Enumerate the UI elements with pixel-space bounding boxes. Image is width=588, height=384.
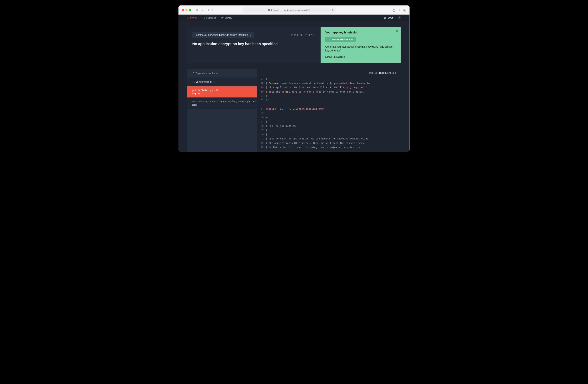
solution-description: Generate your application encryption key… [325, 45, 396, 53]
close-window-button[interactable] [182, 9, 184, 11]
svg-rect-8 [187, 17, 189, 17]
solution-docs-link[interactable]: Laravel installation [325, 56, 345, 58]
stack-frame[interactable]: ~/.composer/vendor/laravel/valet/server.… [187, 98, 257, 109]
env-meta: PHP 8.1.0 8.79.0 [291, 34, 315, 36]
expand-vendor-label: Expand vendor frames [196, 72, 219, 75]
code-file-path: public/index.php:52 [257, 69, 401, 77]
stack-frame[interactable]: public/index.php:52require [187, 86, 257, 98]
exception-class-text: Illuminate\Encryption\MissingAppKeyExcep… [195, 33, 248, 36]
expand-vendor-frames-button[interactable]: Expand vendor frames [187, 69, 257, 78]
svg-rect-5 [405, 9, 406, 10]
maximize-window-button[interactable] [189, 9, 191, 11]
refresh-icon[interactable]: ↻ [332, 9, 334, 11]
nav-context[interactable]: CONTEXT [203, 17, 216, 19]
exception-card: Illuminate\Encryption\MissingAppKeyExcep… [187, 27, 401, 63]
top-nav: STACK CONTEXT SHARE DOCS [178, 15, 410, 21]
new-tab-icon[interactable]: + [398, 8, 400, 12]
sidebar-toggle-icon[interactable] [196, 9, 199, 11]
svg-rect-0 [196, 9, 199, 11]
wrench-icon: 🔧 [328, 38, 331, 40]
chevron-down-icon: ⌄ [214, 81, 216, 83]
code-lines: || Composer provides a convenient, autom… [266, 77, 401, 149]
laravel-icon [305, 34, 307, 36]
traffic-lights [182, 9, 191, 11]
vendor-frames-count: 42 vendor frames [192, 80, 212, 83]
docs-link[interactable]: DOCS [384, 17, 394, 19]
solution-card: ✕ Your app key is missing 🔧 GENERATE APP… [321, 27, 401, 63]
tabs-icon[interactable] [403, 8, 406, 12]
nav-context-label: CONTEXT [206, 17, 216, 19]
expand-icon [192, 72, 194, 74]
exception-class-dropdown[interactable]: Illuminate\Encryption\MissingAppKeyExcep… [192, 32, 254, 38]
chevron-down-icon: ⌄ [250, 34, 252, 36]
frames-panel: Expand vendor frames 42 vendor frames ⌄ … [187, 69, 257, 152]
svg-rect-9 [187, 18, 189, 18]
settings-button[interactable] [398, 16, 401, 20]
url-bar[interactable]: Not Secure — ignition-test-app.test/#F2 … [243, 7, 336, 13]
nav-stack-label: STACK [190, 17, 198, 19]
laravel-version: 8.79.0 [305, 34, 315, 36]
solution-title: Your app key is missing [325, 31, 396, 34]
stack-area: Expand vendor frames 42 vendor frames ⌄ … [187, 69, 401, 152]
vendor-frames-collapsed[interactable]: 42 vendor frames ⌄ [187, 78, 257, 86]
php-version: PHP 8.1.0 [291, 34, 302, 36]
forward-button[interactable] [212, 9, 214, 11]
content-area: Illuminate\Encryption\MissingAppKeyExcep… [178, 21, 410, 152]
nav-share-label: SHARE [225, 17, 232, 19]
generate-button-label: GENERATE APP KEY [332, 38, 353, 40]
generate-app-key-button[interactable]: 🔧 GENERATE APP KEY [325, 37, 357, 42]
nav-share[interactable]: SHARE [221, 17, 232, 19]
svg-rect-6 [403, 10, 405, 11]
security-indicator: Not Secure — [268, 9, 283, 11]
browser-window: ⌄ Not Secure — ignition-test-app.test/#F… [178, 5, 410, 152]
svg-rect-10 [187, 19, 189, 19]
nav-stack[interactable]: STACK [187, 17, 198, 19]
chevron-down-icon[interactable]: ⌄ [202, 9, 203, 11]
titlebar: ⌄ Not Secure — ignition-test-app.test/#F… [178, 5, 410, 15]
back-button[interactable] [207, 9, 209, 11]
svg-point-11 [399, 17, 400, 18]
code-panel: public/index.php:52 27282930313233343536… [257, 69, 401, 152]
close-solution-button[interactable]: ✕ [396, 29, 398, 32]
code-body[interactable]: 2728293031323334353637383940414243 || Co… [257, 77, 401, 149]
svg-rect-7 [405, 10, 406, 11]
line-gutter: 2728293031323334353637383940414243 [257, 77, 266, 149]
minimize-window-button[interactable] [185, 9, 188, 11]
exception-title: No application encryption key has been s… [192, 42, 315, 46]
svg-rect-4 [403, 9, 405, 10]
docs-label: DOCS [388, 17, 394, 19]
share-icon[interactable] [392, 8, 395, 12]
url-text: ignition-test-app.test/#F2 [284, 9, 310, 11]
